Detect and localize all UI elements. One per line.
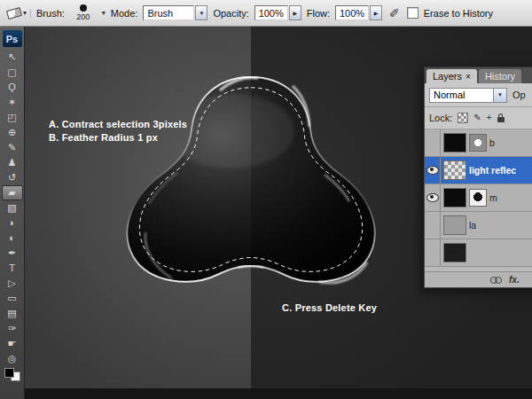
layer-row[interactable]: b xyxy=(425,129,532,157)
lock-position-icon[interactable]: + xyxy=(487,113,492,122)
tool-magic-wand[interactable]: ✶ xyxy=(2,95,23,110)
crop-icon: ◰ xyxy=(7,113,16,122)
mode-label: Mode: xyxy=(111,8,138,19)
tab-history[interactable]: History xyxy=(479,69,521,83)
brush-preset-picker[interactable]: 200 xyxy=(70,4,97,21)
layer-row[interactable]: light reflec xyxy=(425,157,532,184)
tool-rectangular-marquee[interactable]: ▢ xyxy=(2,65,23,80)
tool-type[interactable]: T xyxy=(2,261,23,276)
close-icon[interactable]: × xyxy=(466,72,471,82)
mode-value: Brush xyxy=(147,8,173,19)
opacity-control[interactable]: 100% ▶ xyxy=(254,5,301,20)
flow-value: 100% xyxy=(340,8,364,19)
slider-arrow-icon[interactable]: ▶ xyxy=(289,5,301,20)
tool-path-selection[interactable]: ▷ xyxy=(2,276,23,291)
tool-blur[interactable]: ◗ xyxy=(2,215,23,231)
tool-zoom[interactable]: ◎ xyxy=(2,351,23,366)
visibility-toggle[interactable] xyxy=(425,157,441,184)
annotation-step-c: C. Press Delete Key xyxy=(282,302,377,313)
notes-icon: ▤ xyxy=(7,309,16,318)
move-icon: ↖ xyxy=(8,52,16,62)
layer-name: b xyxy=(489,137,495,148)
opacity-label: Op xyxy=(512,90,526,100)
tool-clone-stamp[interactable]: ♟ xyxy=(2,155,23,170)
tool-eyedropper[interactable]: ✑ xyxy=(2,321,23,336)
brush-tip-icon xyxy=(80,4,87,12)
eraser-icon xyxy=(6,7,22,20)
type-icon: T xyxy=(9,263,15,273)
tool-gradient[interactable]: ▧ xyxy=(2,200,23,215)
layer-row[interactable] xyxy=(425,239,532,267)
clone-stamp-icon: ♟ xyxy=(8,158,17,168)
annotation-step-a: A. Contract selection 3pixels xyxy=(49,119,187,129)
layer-thumbnail[interactable] xyxy=(443,133,466,153)
tab-layers[interactable]: Layers × xyxy=(426,69,477,83)
opacity-value: 100% xyxy=(259,8,284,19)
pen-icon: ✒ xyxy=(8,248,16,258)
tool-hand[interactable]: ☛ xyxy=(2,336,23,351)
layer-name: la xyxy=(469,220,476,231)
path-selection-icon: ▷ xyxy=(8,278,15,288)
tool-lasso[interactable]: Ϙ xyxy=(2,80,23,95)
zoom-icon: ◎ xyxy=(8,354,17,364)
layer-mask-thumbnail[interactable] xyxy=(469,134,487,152)
layer-style-icon[interactable]: fx. xyxy=(509,275,520,285)
layer-list: b light reflec m la xyxy=(425,129,532,271)
tool-preset-eraser[interactable]: ▾ xyxy=(7,9,31,18)
mode-select[interactable]: Brush ▼ xyxy=(143,5,207,20)
slider-arrow-icon[interactable]: ▶ xyxy=(370,5,382,20)
flow-control[interactable]: 100% ▶ xyxy=(335,5,382,20)
layer-mask-thumbnail[interactable] xyxy=(469,189,487,207)
visibility-toggle[interactable] xyxy=(425,239,441,266)
tab-layers-label: Layers xyxy=(433,71,462,82)
tool-dodge[interactable]: ◐ xyxy=(2,231,23,246)
tool-notes[interactable]: ▤ xyxy=(2,306,23,321)
lock-all-icon[interactable] xyxy=(497,117,505,122)
eye-icon xyxy=(426,193,439,202)
brush-icon: ✎ xyxy=(8,143,16,153)
lock-pixels-icon[interactable]: ✎ xyxy=(473,113,481,122)
rectangular-marquee-icon: ▢ xyxy=(7,67,16,77)
tool-pen[interactable]: ✒ xyxy=(2,246,23,261)
layers-panel-footer: fx. xyxy=(425,271,532,287)
layer-thumbnail[interactable] xyxy=(443,188,466,207)
layer-thumbnail[interactable] xyxy=(443,160,466,180)
foreground-color-swatch[interactable] xyxy=(4,368,14,378)
tool-move[interactable]: ↖ xyxy=(2,50,23,65)
hand-icon: ☛ xyxy=(8,339,17,348)
healing-brush-icon: ⊕ xyxy=(8,128,16,137)
blend-mode-select[interactable]: Normal ▼ xyxy=(429,88,507,103)
visibility-toggle[interactable] xyxy=(425,129,441,156)
erase-to-history-checkbox[interactable] xyxy=(407,7,419,19)
panel-tab-bar: Layers × History xyxy=(424,66,532,83)
chevron-down-icon[interactable]: ▾ xyxy=(102,9,106,17)
history-brush-icon: ↺ xyxy=(8,173,16,183)
tool-history-brush[interactable]: ↺ xyxy=(2,170,23,185)
lasso-icon: Ϙ xyxy=(8,82,16,92)
chevron-down-icon[interactable]: ▼ xyxy=(493,89,506,102)
layers-panel: Layers × History Normal ▼ Op Lock: ✎ + b xyxy=(424,66,532,288)
tool-shape[interactable]: ▭ xyxy=(2,291,23,306)
tool-brush[interactable]: ✎ xyxy=(2,140,23,155)
tool-eraser[interactable]: ▰ xyxy=(2,185,23,200)
layer-row[interactable]: la xyxy=(425,212,532,239)
color-swatches[interactable] xyxy=(4,368,20,381)
airbrush-icon[interactable]: ✐ xyxy=(387,6,402,20)
visibility-toggle[interactable] xyxy=(425,184,441,211)
layer-row[interactable]: m xyxy=(425,184,532,212)
tool-crop[interactable]: ◰ xyxy=(2,110,23,125)
options-bar: ▾ Brush: 200 ▾ Mode: Brush ▼ Opacity: 10… xyxy=(0,0,532,27)
lock-transparency-icon[interactable] xyxy=(458,113,468,123)
link-layers-icon[interactable] xyxy=(490,277,502,284)
visibility-toggle[interactable] xyxy=(425,212,441,239)
opacity-label: Opacity: xyxy=(213,8,248,19)
chevron-down-icon[interactable]: ▼ xyxy=(195,5,207,20)
brush-label: Brush: xyxy=(36,8,65,19)
blend-mode-value: Normal xyxy=(434,90,465,100)
layer-thumbnail[interactable] xyxy=(443,215,466,235)
inner-glow xyxy=(167,94,294,168)
tool-healing-brush[interactable]: ⊕ xyxy=(2,125,23,140)
blend-mode-row: Normal ▼ Op xyxy=(425,83,532,107)
tool-palette: Ps ↖▢Ϙ✶◰⊕✎♟↺▰▧◗◐✒T▷▭▤✑☛◎ xyxy=(0,27,25,399)
layer-thumbnail[interactable] xyxy=(443,243,466,262)
